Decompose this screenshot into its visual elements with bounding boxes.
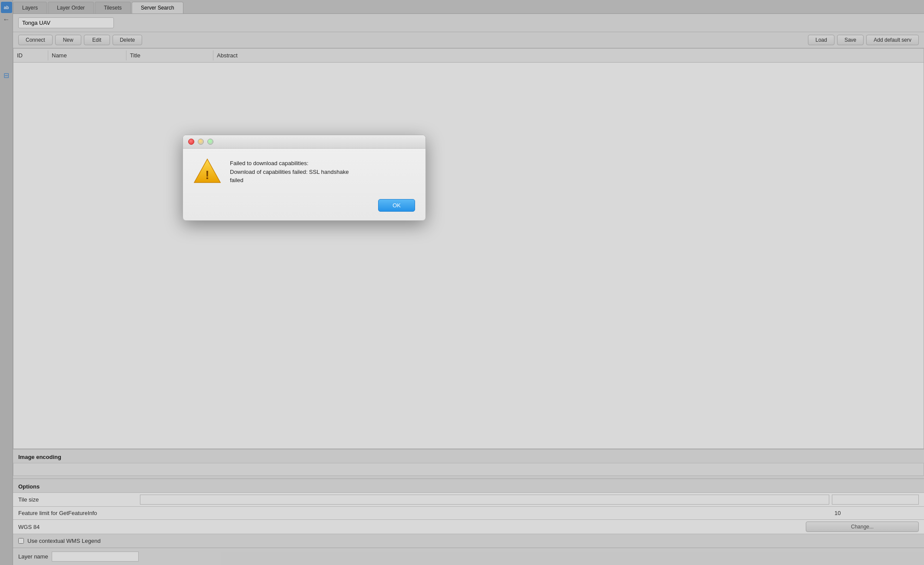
maximize-button	[207, 139, 213, 145]
dialog-message: Failed to download capabilities: Downloa…	[230, 157, 415, 185]
svg-text:!: !	[205, 168, 209, 182]
close-button[interactable]	[188, 139, 194, 145]
error-dialog: ! Failed to download capabilities: Downl…	[183, 135, 426, 221]
dialog-body: ! Failed to download capabilities: Downl…	[183, 149, 425, 194]
minimize-button	[198, 139, 204, 145]
ok-button[interactable]: OK	[378, 199, 415, 212]
message-line1: Failed to download capabilities:	[230, 160, 309, 166]
warning-icon: !	[193, 157, 221, 185]
modal-overlay: ! Failed to download capabilities: Downl…	[0, 0, 924, 565]
dialog-titlebar	[183, 135, 425, 149]
message-line3: failed	[230, 177, 243, 183]
dialog-footer: OK	[183, 194, 425, 220]
message-line2: Download of capabilities failed: SSL han…	[230, 169, 349, 175]
